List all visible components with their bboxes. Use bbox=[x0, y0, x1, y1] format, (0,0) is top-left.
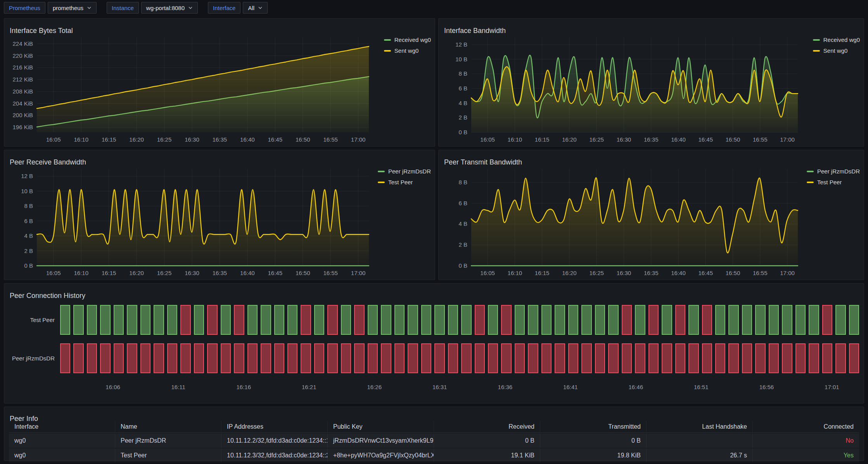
y-axis-tick-label: 200 KiB bbox=[12, 112, 33, 118]
table-column-header[interactable]: Received bbox=[434, 421, 540, 433]
legend-item[interactable]: Test Peer bbox=[378, 179, 431, 185]
status-bar-connected bbox=[755, 305, 765, 335]
status-history-row: Test Peer bbox=[9, 301, 859, 339]
variable-instance-label[interactable]: Instance bbox=[107, 2, 139, 14]
x-axis-tick-label: 16:25 bbox=[157, 136, 172, 143]
status-bar-disconnected bbox=[608, 343, 618, 373]
x-axis-tick-label: 16:25 bbox=[589, 270, 604, 276]
legend-item[interactable]: Peer jRzmDsDR bbox=[378, 168, 431, 175]
status-bar-connected bbox=[835, 305, 846, 335]
variable-interface-value: All bbox=[248, 5, 254, 11]
status-bar-disconnected bbox=[688, 343, 699, 373]
status-bar-disconnected bbox=[755, 343, 765, 373]
status-history-bars bbox=[60, 339, 859, 377]
status-bar-disconnected bbox=[702, 343, 712, 373]
status-bar-connected bbox=[688, 305, 699, 335]
table-cell bbox=[647, 434, 753, 448]
status-bar-connected bbox=[715, 305, 725, 335]
y-axis-tick-label: 204 KiB bbox=[12, 100, 33, 107]
x-axis-tick-label: 16:46 bbox=[629, 384, 643, 390]
status-bar-connected bbox=[568, 305, 578, 335]
legend-item[interactable]: Peer jRzmDsDR bbox=[807, 168, 860, 175]
status-bar-disconnected bbox=[421, 343, 431, 373]
status-bar-connected bbox=[581, 305, 591, 335]
connected-status-cell: No bbox=[753, 434, 859, 448]
variable-instance-dropdown[interactable]: wg-portal:8080 bbox=[141, 2, 198, 14]
status-bar-disconnected bbox=[194, 343, 204, 373]
status-bar-disconnected bbox=[742, 343, 752, 373]
legend-series-swatch bbox=[384, 39, 391, 41]
table-column-header[interactable]: Transmitted bbox=[540, 421, 647, 433]
status-bar-disconnected bbox=[221, 343, 231, 373]
x-axis-tick-label: 16:36 bbox=[498, 384, 513, 390]
legend-item[interactable]: Sent wg0 bbox=[384, 47, 431, 54]
table-column-header[interactable]: Connected bbox=[753, 421, 859, 433]
x-axis-tick-label: 16:31 bbox=[432, 384, 447, 390]
status-bar-disconnected bbox=[501, 343, 511, 373]
panel-peer-receive-bandwidth: Peer Receive Bandwidth 12 B10 B8 B6 B4 B… bbox=[4, 150, 435, 280]
x-axis-tick-label: 16:50 bbox=[296, 136, 310, 143]
x-axis-tick-label: 16:56 bbox=[759, 384, 774, 390]
status-bar-disconnected bbox=[114, 343, 124, 373]
status-bar-connected bbox=[434, 305, 444, 335]
status-bar-disconnected bbox=[528, 343, 538, 373]
status-bar-connected bbox=[515, 305, 525, 335]
table-column-header[interactable]: Public Key bbox=[328, 421, 434, 433]
status-bar-connected bbox=[114, 305, 124, 335]
status-bar-disconnected bbox=[301, 305, 311, 335]
x-axis-tick-label: 16:15 bbox=[535, 270, 550, 276]
series-area bbox=[37, 190, 369, 266]
x-axis-tick-label: 16:41 bbox=[563, 384, 578, 390]
legend-item[interactable]: Received wg0 bbox=[813, 36, 860, 43]
legend-series-label: Peer jRzmDsDR bbox=[817, 168, 860, 175]
table-row: wg0Test Peer10.11.12.3/32,fdfd:d3ad:c0de… bbox=[9, 448, 859, 462]
variable-prometheus-dropdown[interactable]: prometheus bbox=[48, 2, 97, 14]
peer-info-table: InterfaceNameIP AddressesPublic KeyRecei… bbox=[9, 421, 859, 459]
status-bar-connected bbox=[127, 305, 137, 335]
y-axis-tick-label: 10 B bbox=[455, 56, 467, 62]
status-bar-disconnected bbox=[501, 305, 511, 335]
table-cell: Test Peer bbox=[115, 448, 221, 462]
legend-series-label: Received wg0 bbox=[823, 36, 860, 43]
table-column-header[interactable]: Name bbox=[115, 421, 221, 433]
chart-plot-area: 224 KiB220 KiB216 KiB212 KiB208 KiB204 K… bbox=[7, 33, 370, 144]
legend-item[interactable]: Received wg0 bbox=[384, 36, 431, 43]
x-axis-tick-label: 16:40 bbox=[671, 270, 686, 276]
legend-item[interactable]: Test Peer bbox=[807, 179, 860, 185]
status-bar-disconnected bbox=[180, 305, 190, 335]
status-bar-connected bbox=[769, 305, 779, 335]
y-axis-tick-label: 208 KiB bbox=[12, 88, 33, 95]
y-axis-tick-label: 10 B bbox=[21, 188, 33, 194]
y-axis-tick-label: 6 B bbox=[24, 218, 33, 224]
table-row: wg0Peer jRzmDsDR10.11.12.2/32,fdfd:d3ad:… bbox=[9, 434, 859, 448]
status-bar-disconnected bbox=[475, 343, 485, 373]
table-column-header[interactable]: IP Addresses bbox=[221, 421, 328, 433]
table-column-header[interactable]: Interface bbox=[9, 421, 115, 433]
table-header-row: InterfaceNameIP AddressesPublic KeyRecei… bbox=[9, 421, 859, 433]
x-axis-tick-label: 16:55 bbox=[753, 136, 768, 143]
status-bar-disconnected bbox=[167, 343, 177, 373]
status-bar-disconnected bbox=[154, 343, 164, 373]
status-bar-connected bbox=[73, 305, 83, 335]
table-cell: Peer jRzmDsDR bbox=[115, 434, 221, 448]
status-bar-disconnected bbox=[648, 343, 659, 373]
status-history-row-label: Peer jRzmDsDR bbox=[9, 339, 60, 377]
legend-item[interactable]: Sent wg0 bbox=[813, 47, 860, 54]
legend-series-swatch bbox=[813, 39, 820, 41]
x-axis-tick-label: 16:45 bbox=[268, 270, 283, 276]
variable-prometheus-label[interactable]: Prometheus bbox=[4, 2, 45, 14]
x-axis-tick-label: 16:51 bbox=[694, 384, 709, 390]
status-bar-disconnected bbox=[180, 343, 190, 373]
panel-peer-transmit-bandwidth: Peer Transmit Bandwidth 8 B6 B4 B2 B0 B1… bbox=[438, 150, 864, 280]
variable-interface-dropdown[interactable]: All bbox=[243, 2, 268, 14]
status-bar-disconnected bbox=[234, 343, 244, 373]
table-column-header[interactable]: Last Handshake bbox=[647, 421, 753, 433]
status-bar-disconnected bbox=[595, 343, 605, 373]
status-bar-disconnected bbox=[87, 343, 97, 373]
variable-interface: Interface All bbox=[208, 2, 268, 14]
chart-legend: Peer jRzmDsDRTest Peer bbox=[807, 168, 860, 185]
panel-peer-connection-history: Peer Connection History Test PeerPeer jR… bbox=[4, 283, 864, 403]
chart-canvas: 8 B6 B4 B2 B0 B16:0516:1016:1516:2016:25… bbox=[442, 164, 799, 277]
variable-interface-label[interactable]: Interface bbox=[208, 2, 240, 14]
status-bar-disconnected bbox=[488, 343, 498, 373]
